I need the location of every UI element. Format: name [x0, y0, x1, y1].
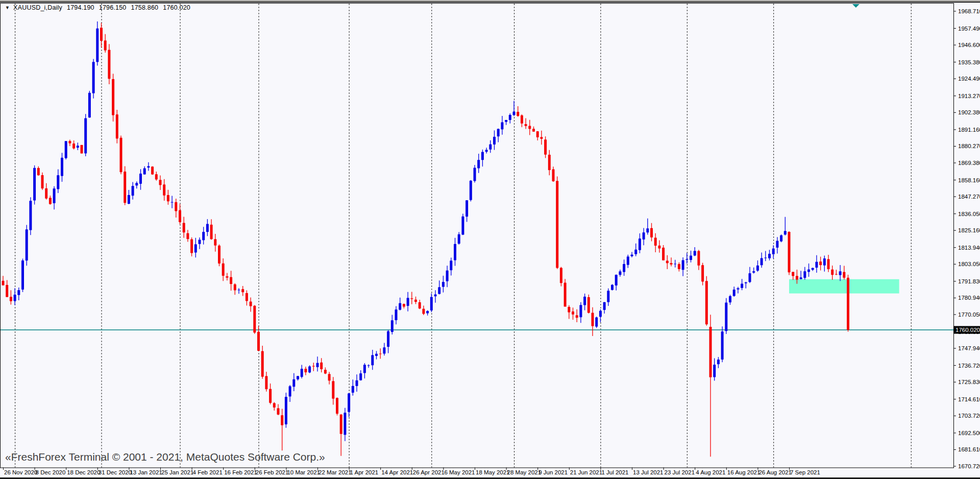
- collapse-ohlc-icon[interactable]: ▼: [5, 5, 10, 10]
- candle-body: [29, 201, 32, 230]
- candle-body: [725, 303, 727, 331]
- candle-body: [147, 166, 150, 167]
- candle-body: [493, 137, 496, 145]
- candle-body: [592, 313, 594, 326]
- candle-body: [124, 172, 126, 203]
- candle-body: [481, 152, 484, 160]
- candle-body: [603, 302, 606, 310]
- candle-body: [812, 268, 814, 270]
- candle-body: [548, 155, 551, 170]
- candle-body: [356, 380, 358, 386]
- candle-body: [96, 29, 99, 62]
- rectangle-object[interactable]: [789, 279, 899, 294]
- candle-body: [780, 235, 782, 242]
- candle-body: [607, 291, 609, 302]
- candle-body: [587, 297, 590, 313]
- date-axis-label: 8 Dec 2020: [36, 469, 66, 475]
- price-axis-label: 1935.380: [958, 59, 980, 65]
- price-axis-label: 1791.830: [958, 278, 980, 284]
- candle-body: [316, 363, 319, 367]
- price-axis-label: 1725.830: [958, 379, 980, 385]
- candle-body: [222, 264, 225, 276]
- candle-body: [49, 198, 52, 204]
- candle-body: [143, 169, 146, 175]
- price-axis-label: 1858.160: [958, 177, 980, 183]
- candle-body: [120, 138, 122, 173]
- date-axis-label: 26 Nov 2020: [4, 469, 37, 475]
- candle-body: [340, 415, 342, 434]
- candle-body: [705, 281, 708, 324]
- date-axis-label: 1 Apr 2021: [350, 469, 379, 475]
- candle-body: [368, 365, 370, 366]
- candle-body: [764, 257, 767, 258]
- date-axis-label: 14 Apr 2021: [381, 469, 413, 475]
- candle-body: [847, 278, 849, 330]
- candle-body: [308, 367, 311, 373]
- candle-body: [226, 276, 228, 278]
- candle-body: [497, 129, 500, 136]
- candle-body: [410, 298, 413, 299]
- candle-body: [419, 302, 421, 308]
- candle-body: [792, 272, 794, 276]
- candle-body: [564, 283, 567, 307]
- date-axis-label: 4 Aug 2021: [696, 469, 725, 475]
- candle-body: [694, 251, 696, 255]
- candle-body: [446, 271, 449, 281]
- candle-body: [501, 122, 503, 129]
- candle-body: [477, 160, 480, 168]
- chart-stage: [0, 0, 980, 479]
- price-axis-label: 1869.380: [958, 160, 980, 166]
- candle-body: [615, 275, 618, 285]
- price-axis-label: 1847.270: [958, 194, 980, 200]
- candle-body: [815, 262, 818, 268]
- candle-body: [108, 50, 110, 79]
- candle-body: [33, 168, 36, 201]
- candle-body: [352, 386, 354, 393]
- candle-body: [752, 271, 755, 273]
- date-axis-label: 1 Jul 2021: [601, 469, 628, 475]
- candle-body: [442, 282, 445, 287]
- candle-body: [619, 271, 621, 275]
- candle-body: [289, 386, 291, 396]
- candle-body: [261, 351, 264, 377]
- candle-body: [458, 234, 460, 244]
- price-axis-label: 1968.710: [958, 8, 980, 14]
- candle-body: [521, 115, 523, 124]
- candle-body: [383, 347, 385, 353]
- candle-body: [670, 263, 673, 265]
- candle-body: [756, 266, 759, 271]
- candle-body: [6, 285, 8, 297]
- candle-body: [819, 261, 822, 265]
- candle-body: [843, 272, 845, 278]
- candle-body: [474, 168, 476, 181]
- candle-body: [583, 297, 586, 305]
- candle-body: [470, 181, 472, 200]
- candle-body: [88, 93, 91, 117]
- date-axis-label: 23 Jul 2021: [665, 469, 695, 475]
- date-axis-label: 7 Sep 2021: [790, 469, 820, 475]
- candle-body: [336, 398, 338, 414]
- candle-body: [328, 374, 331, 380]
- candlestick-chart-canvas[interactable]: [0, 0, 980, 479]
- candle-body: [517, 112, 519, 116]
- candle-body: [631, 255, 633, 256]
- candle-body: [599, 311, 602, 317]
- candle-body: [737, 288, 739, 289]
- candle-body: [61, 158, 63, 176]
- candle-body: [135, 183, 138, 185]
- candle-body: [407, 298, 409, 306]
- date-axis-label: 4 Feb 2021: [193, 469, 223, 475]
- candle-body: [544, 139, 547, 154]
- candle-body: [430, 297, 433, 310]
- date-axis-label: 18 May 2021: [476, 469, 510, 475]
- candle-body: [772, 249, 775, 254]
- candle-body: [627, 256, 629, 265]
- candle-body: [426, 311, 429, 313]
- candle-body: [359, 373, 362, 380]
- candle-body: [297, 376, 299, 379]
- candle-body: [281, 415, 283, 425]
- candle-body: [320, 363, 323, 369]
- candle-body: [379, 353, 382, 354]
- candle-body: [10, 297, 12, 301]
- price-axis-label: 1770.050: [958, 312, 980, 318]
